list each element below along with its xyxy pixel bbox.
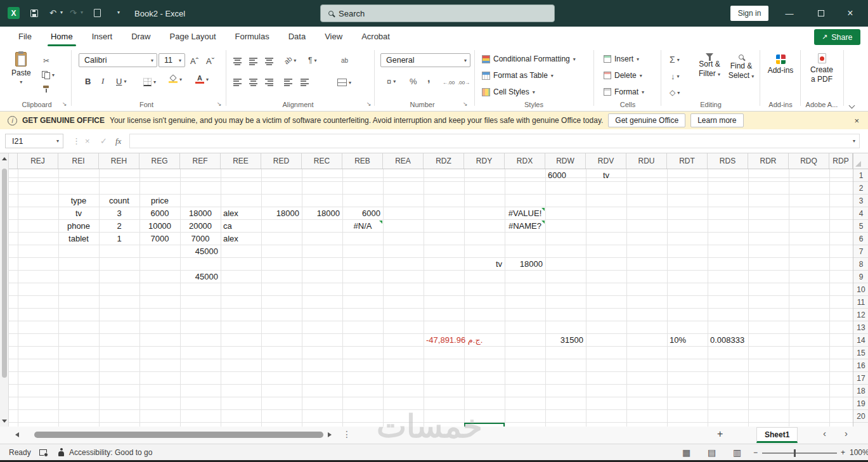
row-header-5[interactable]: 5	[853, 220, 868, 233]
font-color-button[interactable]: A ▾	[195, 73, 209, 86]
row-header-1[interactable]: 1	[853, 169, 868, 182]
excel-logo-icon[interactable]: X	[8, 7, 20, 19]
font-family-combo[interactable]: Calibri ▾	[79, 53, 157, 67]
column-header-REJ[interactable]: REJ	[18, 153, 58, 169]
orientation-button[interactable]: ab▾	[284, 54, 296, 67]
underline-button[interactable]: U▾	[116, 75, 126, 87]
redo-dropdown[interactable]: ▾	[81, 10, 83, 15]
close-button[interactable]: ×	[838, 0, 862, 27]
undo-button[interactable]: ↶	[49, 8, 56, 18]
insert-function-icon[interactable]: fx	[115, 134, 121, 148]
new-sheet-button[interactable]: +	[717, 428, 723, 440]
vertical-scrollbar-thumb[interactable]	[2, 169, 7, 378]
scroll-down-icon[interactable]	[2, 420, 7, 423]
save-button[interactable]	[30, 10, 38, 17]
zoom-level[interactable]: 100%	[850, 444, 868, 461]
paste-button[interactable]: Paste ▾	[11, 52, 31, 85]
borders-button[interactable]: ▾	[143, 75, 156, 88]
tab-view[interactable]: View	[315, 27, 352, 47]
format-cells-button[interactable]: Format ▾	[604, 85, 644, 99]
align-bottom-button[interactable]	[265, 55, 273, 68]
macro-record-button[interactable]	[39, 444, 47, 461]
spreadsheet-grid[interactable]: 6000tvtypecountpricetv3600018000alex1800…	[9, 169, 853, 427]
column-header-RDW[interactable]: RDW	[545, 153, 586, 169]
autosum-button[interactable]: Σ▾	[670, 53, 680, 66]
column-header-REK[interactable]	[9, 153, 18, 169]
undo-dropdown[interactable]: ▾	[60, 10, 63, 15]
insert-cells-button[interactable]: Insert ▾	[604, 52, 639, 66]
tab-home[interactable]: Home	[41, 27, 82, 47]
cell-REB-4[interactable]: 6000	[342, 207, 383, 220]
align-top-button[interactable]	[233, 55, 242, 68]
cell-RDZ-14[interactable]: -47,891.96 ج.م.	[424, 334, 487, 347]
cell-RDV-1[interactable]: tv	[586, 169, 626, 182]
cell-REF-7[interactable]: 45000	[180, 245, 221, 258]
create-pdf-button[interactable]: Createa PDF	[805, 53, 838, 84]
row-header-12[interactable]: 12	[853, 309, 868, 321]
confirm-entry-icon[interactable]: ✓	[100, 134, 107, 148]
font-dialog-launcher[interactable]: ↘	[217, 101, 222, 107]
shrink-font-button[interactable]: Aˇ	[206, 55, 214, 67]
sheet-tab-sheet1[interactable]: Sheet1	[756, 427, 798, 443]
column-header-RDY[interactable]: RDY	[464, 153, 505, 169]
conditional-formatting-button[interactable]: Conditional Formatting ▾	[482, 52, 576, 66]
copy-button[interactable]: ▾	[42, 68, 55, 81]
cell-REF-9[interactable]: 45000	[180, 271, 221, 283]
merge-center-button[interactable]: ▾	[337, 76, 351, 89]
cell-REI-5[interactable]: phone	[58, 220, 99, 233]
add-ins-button[interactable]: Add-ins	[765, 55, 796, 75]
share-button[interactable]: ↗ Share	[814, 29, 860, 45]
row-header-9[interactable]: 9	[853, 271, 868, 283]
column-header-RED[interactable]: RED	[261, 153, 302, 169]
cell-RDT-14[interactable]: 10%	[667, 334, 708, 347]
italic-button[interactable]: I	[101, 75, 104, 87]
scroll-right-icon[interactable]	[328, 432, 332, 437]
cell-REI-6[interactable]: tablet	[58, 233, 99, 245]
tab-page-layout[interactable]: Page Layout	[160, 27, 226, 47]
cell-RDX-4[interactable]: #VALUE!	[505, 207, 545, 220]
bold-button[interactable]: B	[85, 75, 91, 87]
increase-indent-button[interactable]	[301, 76, 309, 89]
name-box[interactable]: I21 ▾	[5, 134, 63, 148]
minimize-button[interactable]: —	[777, 0, 801, 27]
next-sheet-icon[interactable]: ›	[845, 428, 848, 439]
cell-REB-5[interactable]: #N/A	[342, 220, 383, 233]
cell-REE-6[interactable]: alex	[221, 233, 261, 245]
cell-RDX-8[interactable]: 18000	[505, 258, 545, 271]
vertical-scrollbar[interactable]	[0, 153, 9, 427]
tab-insert[interactable]: Insert	[82, 27, 122, 47]
row-header-3[interactable]: 3	[853, 195, 868, 207]
row-header-16[interactable]: 16	[853, 359, 868, 372]
alignment-dialog-launcher[interactable]: ↘	[366, 101, 372, 107]
wrap-text-button[interactable]: ab	[341, 54, 348, 67]
cell-RED-4[interactable]: 18000	[261, 207, 302, 220]
column-header-REI[interactable]: REI	[58, 153, 99, 169]
cell-REH-6[interactable]: 1	[99, 233, 139, 245]
column-header-REA[interactable]: REA	[383, 153, 424, 169]
align-middle-button[interactable]	[249, 55, 257, 68]
cell-REG-4[interactable]: 6000	[139, 207, 180, 220]
zoom-out-button[interactable]: −	[753, 444, 758, 461]
row-header-4[interactable]: 4	[853, 207, 868, 220]
column-header-RDR[interactable]: RDR	[748, 153, 789, 169]
redo-button[interactable]: ↷	[70, 8, 77, 18]
decrease-decimal-button[interactable]: .00→	[458, 76, 470, 89]
cell-REH-5[interactable]: 2	[99, 220, 139, 233]
column-header-RDP[interactable]: RDP	[829, 153, 853, 169]
cell-REC-4[interactable]: 18000	[302, 207, 342, 220]
fill-button[interactable]: ↓▾	[671, 70, 680, 82]
tab-draw[interactable]: Draw	[122, 27, 160, 47]
clear-button[interactable]: ◇▾	[670, 86, 680, 99]
previous-sheet-icon[interactable]: ‹	[823, 428, 826, 439]
cell-RDW-1[interactable]: 6000	[545, 169, 586, 182]
page-break-view-button[interactable]: ▥	[733, 444, 741, 461]
clipboard-dialog-launcher[interactable]: ↘	[62, 101, 67, 107]
row-header-6[interactable]: 6	[853, 233, 868, 245]
row-header-2[interactable]: 2	[853, 182, 868, 195]
delete-cells-button[interactable]: Delete ▾	[604, 68, 642, 82]
normal-view-button[interactable]: ▦	[682, 444, 690, 461]
tab-file[interactable]: File	[9, 27, 41, 47]
scrollbar-splitter-handle[interactable]: ⋮	[342, 429, 351, 439]
tab-formulas[interactable]: Formulas	[226, 27, 279, 47]
decrease-indent-button[interactable]	[284, 76, 292, 89]
